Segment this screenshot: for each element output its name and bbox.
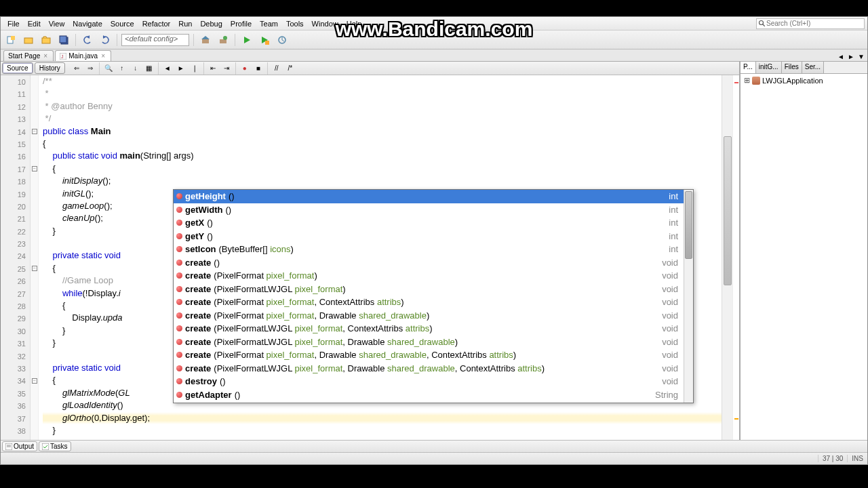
menu-source[interactable]: Source [106, 18, 138, 29]
java-project-icon [752, 77, 760, 85]
menu-file[interactable]: File [3, 18, 24, 29]
clean-build-button[interactable] [216, 33, 231, 47]
line-number-gutter[interactable]: 1011121314151617181920212223242526272829… [1, 75, 31, 440]
menu-debug[interactable]: Debug [196, 18, 226, 29]
right-panel-tabs: P... initG... Files Ser... [741, 62, 867, 74]
start-macro-button[interactable]: ● [239, 62, 251, 75]
build-button[interactable] [198, 33, 213, 47]
project-label: LWJGLApplication [762, 77, 823, 85]
find-selection-button[interactable]: 🔍 [102, 62, 115, 75]
code-area[interactable]: 1011121314151617181920212223242526272829… [1, 75, 739, 440]
global-search[interactable] [756, 18, 865, 29]
toggle-highlight-button[interactable]: ▦ [143, 62, 155, 75]
java-file-icon: J [60, 53, 66, 60]
bottom-bar: Output Tasks [1, 440, 867, 452]
new-file-button[interactable] [3, 33, 18, 47]
autocomplete-list[interactable]: getHeight()intgetWidth()intgetX()intgetY… [174, 190, 684, 403]
autocomplete-item[interactable]: setIcon(ByteBuffer[] icons)int [174, 243, 684, 256]
undo-button[interactable] [80, 33, 95, 47]
autocomplete-item[interactable]: destroy()void [174, 375, 684, 388]
find-next-button[interactable]: ↓ [130, 62, 142, 75]
autocomplete-item[interactable]: getY()int [174, 230, 684, 243]
nav-back-button[interactable]: ⇐ [71, 62, 83, 75]
prev-bookmark-button[interactable]: ◄ [161, 62, 174, 75]
status-bar: 37 | 30 INS [1, 452, 867, 464]
autocomplete-item[interactable]: create()void [174, 256, 684, 270]
close-icon[interactable]: × [100, 53, 106, 60]
menu-profile[interactable]: Profile [226, 18, 256, 29]
autocomplete-item[interactable]: getWidth()int [174, 203, 684, 217]
run-button[interactable] [239, 33, 254, 47]
bottom-output-label: Output [14, 443, 34, 450]
autocomplete-item[interactable]: create(PixelFormatLWJGL pixel_format)voi… [174, 283, 684, 296]
scroll-tabs-left-icon[interactable]: ◄ [836, 52, 846, 61]
find-prev-button[interactable]: ↑ [116, 62, 128, 75]
new-project-button[interactable] [21, 33, 36, 47]
run-config-combo[interactable]: <default config> [121, 34, 189, 46]
right-tab-initg[interactable]: initG... [756, 62, 782, 73]
cursor-position: 37 | 30 [818, 455, 847, 462]
editor-mode-tabs: Source History ⇐ ⇒ 🔍 ↑ ↓ ▦ ◄ ► ❘ ⇤ ⇥ [1, 62, 739, 75]
menu-edit[interactable]: Edit [24, 18, 45, 29]
autocomplete-item[interactable]: create(PixelFormat pixel_format, Drawabl… [174, 309, 684, 323]
right-tab-services[interactable]: Ser... [802, 62, 824, 73]
open-button[interactable] [39, 33, 54, 47]
tab-start-page[interactable]: Start Page × [3, 50, 54, 61]
toggle-bookmark-button[interactable]: ❘ [189, 62, 201, 75]
comment-button[interactable]: // [271, 62, 283, 75]
subtab-history[interactable]: History [35, 62, 65, 74]
svg-rect-11 [265, 41, 269, 45]
debug-button[interactable] [257, 33, 272, 47]
menu-tools[interactable]: Tools [282, 18, 308, 29]
insert-mode: INS [847, 455, 867, 462]
autocomplete-item[interactable]: getX()int [174, 216, 684, 230]
autocomplete-item[interactable]: getHeight()int [174, 190, 684, 203]
subtab-source[interactable]: Source [2, 62, 33, 74]
editor-tabs: Start Page × J Main.java × ◄ ► ▼ [1, 49, 867, 62]
autocomplete-item[interactable]: create(PixelFormatLWJGL pixel_format, Dr… [174, 362, 684, 375]
autocomplete-item[interactable]: create(PixelFormatLWJGL pixel_format, Dr… [174, 336, 684, 349]
tasks-icon [42, 443, 49, 450]
error-marker-strip[interactable] [732, 75, 739, 440]
svg-point-10 [223, 36, 227, 40]
autocomplete-scrollbar[interactable] [684, 190, 693, 403]
menu-refactor[interactable]: Refactor [138, 18, 175, 29]
svg-rect-20 [42, 443, 49, 450]
tab-main-java[interactable]: J Main.java × [55, 50, 111, 61]
bottom-output-button[interactable]: Output [2, 441, 37, 451]
stop-macro-button[interactable]: ■ [252, 62, 264, 75]
save-all-button[interactable] [56, 33, 71, 47]
close-icon[interactable]: × [42, 53, 49, 60]
menu-run[interactable]: Run [174, 18, 196, 29]
right-tab-files[interactable]: Files [782, 62, 802, 73]
project-node[interactable]: ⊞ LWJGLApplication [742, 75, 866, 85]
profile-button[interactable] [275, 33, 290, 47]
fold-gutter[interactable]: −−−− [31, 75, 39, 440]
autocomplete-item[interactable]: create(PixelFormat pixel_format, Context… [174, 296, 684, 309]
autocomplete-popup[interactable]: getHeight()intgetWidth()intgetX()intgetY… [173, 189, 694, 403]
right-tab-projects[interactable]: P... [741, 62, 756, 73]
menu-navigate[interactable]: Navigate [68, 18, 106, 29]
scroll-tabs-right-icon[interactable]: ► [846, 52, 856, 61]
editor-scrollbar[interactable] [722, 75, 732, 440]
autocomplete-item[interactable]: getAvailableDisplayModes()DisplayMode[] [174, 401, 684, 403]
menu-team[interactable]: Team [256, 18, 282, 29]
watermark-text: www.Bandicam.com [336, 18, 533, 41]
autocomplete-item[interactable]: create(PixelFormat pixel_format)void [174, 269, 684, 283]
next-bookmark-button[interactable]: ► [175, 62, 187, 75]
autocomplete-item[interactable]: create(PixelFormat pixel_format, Drawabl… [174, 348, 684, 362]
menu-view[interactable]: View [45, 18, 69, 29]
autocomplete-item[interactable]: getAdapter()String [174, 388, 684, 402]
uncomment-button[interactable]: /* [284, 62, 296, 75]
autocomplete-item[interactable]: create(PixelFormatLWJGL pixel_format, Co… [174, 322, 684, 336]
bottom-tasks-button[interactable]: Tasks [39, 441, 71, 451]
tabs-menu-icon[interactable]: ▼ [856, 52, 866, 61]
expand-icon[interactable]: ⊞ [743, 76, 750, 85]
search-input[interactable] [766, 20, 854, 27]
svg-point-0 [760, 20, 764, 24]
project-tree[interactable]: ⊞ LWJGLApplication [741, 74, 867, 440]
shift-left-button[interactable]: ⇤ [207, 62, 219, 75]
nav-fwd-button[interactable]: ⇒ [84, 62, 96, 75]
shift-right-button[interactable]: ⇥ [220, 62, 233, 75]
redo-button[interactable] [98, 33, 113, 47]
